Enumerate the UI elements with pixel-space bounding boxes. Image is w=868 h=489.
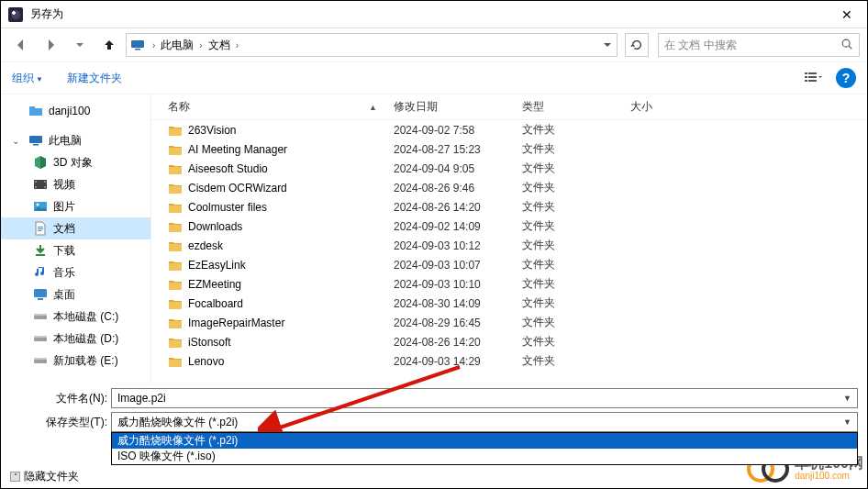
file-date: 2024-09-02 14:09 (394, 220, 522, 233)
table-row[interactable]: Aiseesoft Studio2024-09-04 9:05文件夹 (151, 159, 867, 178)
sidebar-item-label: 下载 (53, 243, 75, 259)
table-row[interactable]: Focalboard2024-08-30 14:09文件夹 (151, 294, 867, 313)
chevron-down-icon[interactable]: ▼ (843, 394, 851, 403)
breadcrumb-dropdown[interactable] (598, 34, 617, 56)
chevron-right-icon: › (232, 40, 242, 50)
hide-folders-toggle[interactable]: ˄ 隐藏文件夹 (10, 469, 79, 484)
table-row[interactable]: EZMeeting2024-09-03 10:10文件夹 (151, 274, 867, 294)
breadcrumb[interactable]: › 此电脑 › 文档 › (126, 33, 618, 57)
svg-point-35 (44, 361, 46, 362)
table-row[interactable]: AI Meeting Manager2024-08-27 15:23文件夹 (151, 139, 867, 159)
file-name: Cisdem OCRWizard (188, 182, 394, 194)
help-button[interactable]: ? (836, 68, 856, 88)
filetype-option[interactable]: ISO 映像文件 (*.iso) (112, 449, 857, 464)
sidebar-item[interactable]: 视频 (1, 173, 150, 195)
folder-icon (168, 335, 183, 350)
filename-input[interactable]: Image.p2i ▼ (111, 388, 858, 408)
svg-rect-5 (808, 72, 817, 74)
history-button[interactable] (67, 32, 93, 58)
svg-rect-7 (808, 76, 817, 78)
disk-icon (33, 309, 48, 324)
col-size[interactable]: 大小 (630, 99, 660, 115)
search-icon[interactable] (840, 38, 853, 53)
sidebar-item[interactable]: 文档 (1, 217, 150, 239)
file-name: EZMeeting (188, 278, 394, 291)
svg-rect-0 (131, 40, 144, 48)
sidebar-item-thispc[interactable]: ⌄ 此电脑 (1, 129, 150, 151)
sidebar-item[interactable]: 图片 (1, 195, 150, 217)
expand-icon: ˄ (10, 472, 20, 482)
pc-icon (28, 133, 43, 148)
crumb-folder[interactable]: 文档 (206, 38, 232, 53)
sidebar-item-label: 本地磁盘 (D:) (53, 331, 118, 347)
disk-icon (33, 331, 48, 346)
new-folder-button[interactable]: 新建文件夹 (67, 71, 122, 86)
refresh-button[interactable] (625, 33, 649, 57)
file-type: 文件夹 (522, 122, 630, 138)
file-date: 2024-09-03 14:29 (394, 355, 522, 368)
filetype-label: 保存类型(T): (10, 415, 111, 430)
organize-button[interactable]: 组织▼ (12, 71, 43, 86)
table-row[interactable]: Coolmuster files2024-08-26 14:20文件夹 (151, 197, 867, 217)
arrow-right-icon (43, 38, 58, 52)
filetype-select[interactable]: 威力酷烧映像文件 (*.p2i) ▼ 威力酷烧映像文件 (*.p2i) ISO … (111, 412, 858, 432)
file-type: 文件夹 (522, 218, 630, 234)
table-row[interactable]: Downloads2024-09-02 14:09文件夹 (151, 217, 867, 236)
filetype-option[interactable]: 威力酷烧映像文件 (*.p2i) (112, 433, 857, 449)
table-row[interactable]: ezdesk2024-09-03 10:12文件夹 (151, 236, 867, 255)
file-date: 2024-09-03 10:12 (394, 239, 522, 252)
table-row[interactable]: EzEasyLink2024-09-03 10:07文件夹 (151, 255, 867, 274)
table-row[interactable]: Cisdem OCRWizard2024-08-26 9:46文件夹 (151, 178, 867, 197)
sidebar-item-label: 本地磁盘 (C:) (53, 309, 118, 325)
col-type[interactable]: 类型 (522, 99, 630, 115)
svg-rect-22 (38, 228, 43, 229)
close-button[interactable]: ✕ (826, 1, 867, 28)
table-row[interactable]: ImageRepairMaster2024-08-29 16:45文件夹 (151, 313, 867, 332)
file-type: 文件夹 (522, 353, 630, 369)
svg-rect-11 (29, 106, 35, 109)
table-row[interactable]: 263Vision2024-09-02 7:58文件夹 (151, 120, 867, 139)
navbar: › 此电脑 › 文档 › (1, 28, 867, 61)
table-row[interactable]: Lenovo2024-09-03 14:29文件夹 (151, 351, 867, 371)
file-name: Aiseesoft Studio (188, 162, 394, 175)
sidebar-item[interactable]: 下载 (1, 239, 150, 261)
svg-rect-4 (805, 72, 807, 74)
folder-icon (28, 104, 43, 118)
sidebar-item[interactable]: 桌面 (1, 283, 150, 306)
arrow-left-icon (14, 38, 28, 52)
search-box[interactable] (658, 33, 860, 57)
svg-rect-31 (34, 336, 47, 338)
filename-label: 文件名(N): (10, 391, 111, 406)
svg-line-3 (849, 46, 851, 49)
forward-button[interactable] (38, 32, 63, 58)
collapse-icon[interactable]: ⌄ (12, 136, 23, 146)
sidebar-item-danji100[interactable]: danji100 (1, 100, 150, 122)
file-date: 2024-09-03 10:10 (394, 278, 522, 291)
search-input[interactable] (664, 39, 840, 51)
file-name: ezdesk (188, 239, 394, 252)
svg-rect-16 (35, 186, 37, 188)
up-button[interactable] (96, 32, 122, 58)
sidebar-item[interactable]: 3D 对象 (1, 151, 150, 173)
chevron-right-icon: › (195, 40, 206, 50)
crumb-thispc[interactable]: 此电脑 (159, 38, 195, 53)
sidebar-item[interactable]: 本地磁盘 (D:) (1, 328, 150, 350)
sidebar-item[interactable]: 音乐 (1, 261, 150, 283)
sidebar-item[interactable]: 本地磁盘 (C:) (1, 306, 150, 328)
svg-rect-34 (34, 358, 47, 360)
back-button[interactable] (8, 32, 34, 58)
sidebar-item-label: 新加载卷 (E:) (53, 353, 118, 369)
col-name[interactable]: 名称▲ (168, 99, 394, 115)
sidebar-item-label: 视频 (53, 177, 75, 193)
file-date: 2024-08-26 14:20 (394, 201, 522, 214)
sidebar-item[interactable]: 新加载卷 (E:) (1, 350, 150, 372)
filetype-value: 威力酷烧映像文件 (*.p2i) (117, 415, 238, 430)
sidebar-item-label: 音乐 (53, 265, 75, 281)
svg-rect-8 (805, 80, 807, 82)
col-date[interactable]: 修改日期 (394, 99, 522, 115)
table-row[interactable]: iStonsoft2024-08-26 14:20文件夹 (151, 332, 867, 351)
download-icon (33, 243, 48, 258)
chevron-down-icon[interactable]: ▼ (843, 417, 851, 427)
view-button[interactable] (799, 67, 827, 89)
svg-rect-26 (38, 298, 43, 300)
